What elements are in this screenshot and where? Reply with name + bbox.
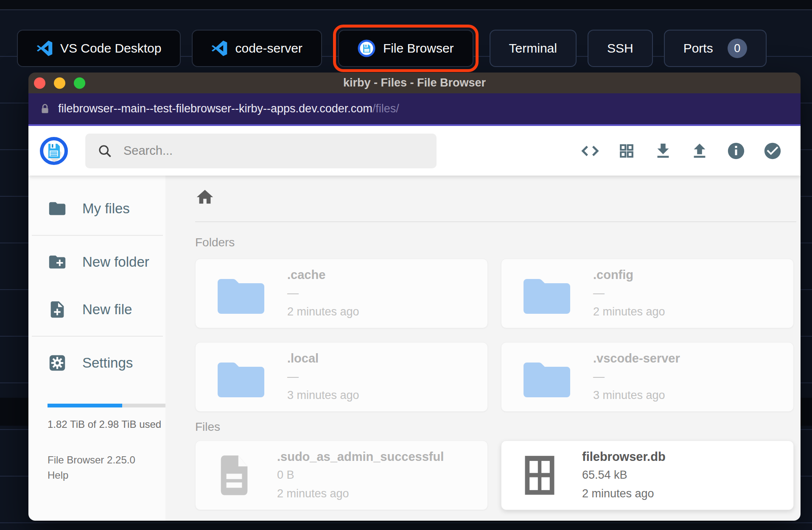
search-bar[interactable] bbox=[85, 134, 437, 168]
info-button[interactable] bbox=[726, 141, 746, 161]
select-button[interactable] bbox=[762, 141, 783, 161]
document-icon bbox=[214, 452, 254, 499]
help-link[interactable]: Help bbox=[48, 468, 165, 483]
sidebar-item-label: My files bbox=[82, 201, 130, 217]
code-icon bbox=[580, 141, 600, 161]
tab-label: code-server bbox=[235, 41, 302, 56]
toolbar-actions bbox=[580, 141, 783, 161]
folder-icon bbox=[520, 273, 570, 314]
item-meta: .sudo_as_admin_successful 0 B 2 minutes … bbox=[277, 450, 444, 501]
item-size: — bbox=[593, 285, 665, 301]
file-card-filebrowser-db[interactable]: filebrowser.db 65.54 kB 2 minutes ago bbox=[501, 441, 794, 510]
item-meta: filebrowser.db 65.54 kB 2 minutes ago bbox=[582, 450, 666, 501]
folder-card-local[interactable]: .local — 3 minutes ago bbox=[195, 342, 488, 412]
item-meta: .config — 2 minutes ago bbox=[593, 268, 665, 319]
item-name: .sudo_as_admin_successful bbox=[277, 450, 444, 464]
item-meta: .local — 3 minutes ago bbox=[287, 351, 359, 403]
switch-view-button[interactable] bbox=[616, 141, 637, 161]
upload-button[interactable] bbox=[689, 141, 710, 161]
tab-vscode-desktop[interactable]: VS Code Desktop bbox=[17, 30, 181, 67]
item-meta: .vscode-server — 3 minutes ago bbox=[593, 351, 680, 403]
lock-icon bbox=[39, 103, 50, 115]
app-taskbar: VS Code Desktop code-server File Browser… bbox=[17, 28, 767, 69]
sidebar-footer: File Browser 2.25.0 Help bbox=[28, 452, 165, 483]
tab-ssh[interactable]: SSH bbox=[588, 30, 653, 67]
check-circle-icon bbox=[763, 141, 782, 161]
sidebar-item-settings[interactable]: Settings bbox=[28, 339, 165, 387]
app-body: My files New folder New file bbox=[28, 176, 801, 521]
search-input[interactable] bbox=[123, 143, 379, 158]
folder-icon bbox=[48, 199, 67, 218]
folder-card-vscode-server[interactable]: .vscode-server — 3 minutes ago bbox=[501, 342, 794, 412]
filebrowser-toolbar bbox=[28, 126, 801, 176]
folder-icon bbox=[520, 357, 570, 397]
sidebar-divider bbox=[32, 235, 163, 236]
item-name: .cache bbox=[287, 268, 359, 282]
tab-code-server[interactable]: code-server bbox=[192, 30, 322, 67]
window-titlebar: kirby - Files - File Browser bbox=[28, 73, 801, 93]
tab-label: Terminal bbox=[509, 41, 557, 56]
grid-view-icon bbox=[617, 142, 636, 160]
files-section-label: Files bbox=[195, 420, 801, 434]
window-title: kirby - Files - File Browser bbox=[28, 73, 801, 93]
download-icon bbox=[653, 141, 673, 161]
file-card-sudo-as-admin[interactable]: .sudo_as_admin_successful 0 B 2 minutes … bbox=[195, 441, 488, 510]
item-modified: 2 minutes ago bbox=[287, 304, 359, 319]
minimize-window-button[interactable] bbox=[54, 77, 65, 89]
database-grid-icon bbox=[520, 452, 559, 499]
tab-ports[interactable]: Ports 0 bbox=[664, 30, 767, 67]
url-host: filebrowser--main--test-filebrowser--kir… bbox=[58, 102, 372, 115]
browser-window: kirby - Files - File Browser filebrowser… bbox=[28, 73, 801, 521]
folders-grid: .cache — 2 minutes ago .config — 2 minut… bbox=[195, 259, 801, 412]
filebrowser-icon bbox=[358, 39, 375, 57]
home-breadcrumb-icon[interactable] bbox=[195, 187, 215, 207]
address-bar[interactable]: filebrowser--main--test-filebrowser--kir… bbox=[28, 93, 801, 126]
item-name: .config bbox=[593, 268, 665, 282]
filebrowser-logo[interactable] bbox=[39, 137, 68, 165]
url-text: filebrowser--main--test-filebrowser--kir… bbox=[58, 102, 399, 115]
create-file-icon bbox=[48, 300, 67, 319]
sidebar-divider bbox=[32, 336, 163, 337]
item-name: .local bbox=[287, 351, 359, 365]
item-size: — bbox=[287, 285, 359, 301]
folder-card-config[interactable]: .config — 2 minutes ago bbox=[501, 259, 794, 328]
search-icon bbox=[97, 143, 112, 159]
folders-section-label: Folders bbox=[195, 236, 801, 249]
vscode-icon bbox=[36, 40, 53, 56]
ports-count-badge: 0 bbox=[728, 39, 747, 58]
item-size: 65.54 kB bbox=[582, 467, 666, 483]
raw-code-button[interactable] bbox=[580, 141, 600, 161]
item-modified: 2 minutes ago bbox=[593, 304, 665, 319]
sidebar-item-my-files[interactable]: My files bbox=[28, 185, 165, 232]
sidebar-item-label: New folder bbox=[82, 254, 149, 270]
sidebar-item-new-file[interactable]: New file bbox=[28, 286, 165, 333]
tab-label: Ports bbox=[683, 41, 713, 56]
file-listing: Folders .cache — 2 minutes ago bbox=[165, 176, 801, 521]
tab-terminal[interactable]: Terminal bbox=[490, 30, 577, 67]
sidebar-item-new-folder[interactable]: New folder bbox=[28, 238, 165, 286]
folder-icon bbox=[214, 357, 264, 397]
info-icon bbox=[726, 141, 746, 161]
zoom-window-button[interactable] bbox=[74, 77, 85, 89]
storage-progress-track bbox=[48, 404, 170, 407]
folder-card-cache[interactable]: .cache — 2 minutes ago bbox=[195, 259, 488, 328]
sidebar: My files New folder New file bbox=[28, 176, 165, 521]
tab-file-browser[interactable]: File Browser bbox=[338, 30, 473, 67]
highlight-ring: File Browser bbox=[333, 25, 479, 72]
item-size: — bbox=[287, 369, 359, 384]
upload-icon bbox=[690, 141, 709, 161]
item-size: 0 B bbox=[277, 467, 444, 483]
sidebar-item-label: New file bbox=[82, 301, 132, 318]
item-name: .vscode-server bbox=[593, 351, 680, 365]
tab-label: File Browser bbox=[383, 41, 454, 56]
url-path: /files/ bbox=[372, 102, 399, 115]
item-modified: 3 minutes ago bbox=[593, 388, 680, 403]
storage-usage: 1.82 TiB of 2.98 TiB used bbox=[28, 404, 165, 430]
sidebar-item-label: Settings bbox=[82, 355, 133, 371]
download-button[interactable] bbox=[653, 141, 673, 161]
close-window-button[interactable] bbox=[34, 77, 45, 89]
files-grid: .sudo_as_admin_successful 0 B 2 minutes … bbox=[195, 441, 801, 510]
traffic-lights bbox=[34, 77, 85, 89]
tab-label: VS Code Desktop bbox=[60, 41, 161, 56]
item-size: — bbox=[593, 369, 680, 384]
